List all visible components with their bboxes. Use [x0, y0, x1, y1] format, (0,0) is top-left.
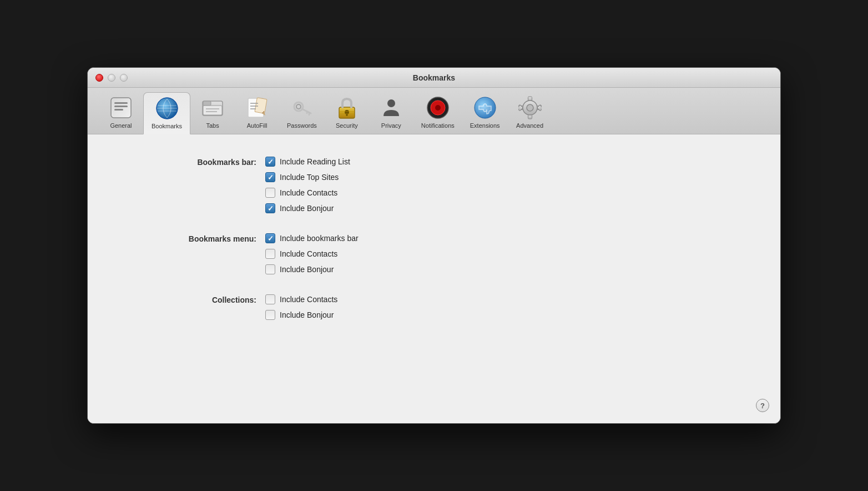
toolbar-item-privacy[interactable]: Privacy	[369, 92, 413, 134]
svg-point-32	[387, 99, 395, 107]
collections-label: Collections:	[121, 294, 265, 304]
menu-bookmarks-bar-label: Include bookmarks bar	[280, 234, 359, 243]
privacy-icon	[379, 96, 403, 120]
bar-top-sites-label: Include Top Sites	[280, 173, 339, 182]
bar-contacts-row: Include Contacts	[265, 188, 350, 198]
advanced-label: Advanced	[516, 122, 543, 129]
menu-bonjour-label: Include Bonjour	[280, 265, 334, 274]
window-title: Bookmarks	[413, 73, 455, 82]
tabs-label: Tabs	[206, 122, 219, 129]
toolbar-item-notifications[interactable]: Notifications	[413, 92, 462, 134]
col-contacts-row: Include Contacts	[265, 294, 337, 304]
bookmarks-menu-section: Bookmarks menu: ✓ Include bookmarks bar …	[121, 233, 747, 274]
bar-reading-list-label: Include Reading List	[280, 157, 350, 166]
toolbar-item-passwords[interactable]: Passwords	[279, 92, 325, 134]
bar-contacts-checkbox[interactable]	[265, 188, 275, 198]
extensions-icon	[473, 96, 497, 120]
col-bonjour-label: Include Bonjour	[280, 310, 334, 319]
col-bonjour-checkbox[interactable]	[265, 310, 275, 320]
collections-section: Collections: Include Contacts Include Bo…	[121, 294, 747, 320]
traffic-lights	[95, 74, 128, 82]
autofill-label: AutoFill	[247, 122, 268, 129]
svg-rect-2	[114, 106, 128, 107]
general-label: General	[110, 122, 132, 129]
security-label: Security	[336, 122, 358, 129]
bar-bonjour-label: Include Bonjour	[280, 204, 334, 213]
svg-rect-10	[203, 101, 211, 106]
bookmarks-bar-options: ✓ Include Reading List ✓ Include Top Sit…	[265, 157, 350, 213]
bookmarks-label: Bookmarks	[152, 123, 182, 129]
bar-reading-list-checkbox[interactable]: ✓	[265, 157, 275, 167]
checkmark-icon: ✓	[268, 235, 274, 242]
collections-options: Include Contacts Include Bonjour	[265, 294, 337, 320]
menu-contacts-row: Include Contacts	[265, 249, 359, 259]
toolbar-item-extensions[interactable]: Extensions	[462, 92, 508, 134]
checkmark-icon: ✓	[268, 205, 274, 212]
bar-top-sites-row: ✓ Include Top Sites	[265, 172, 350, 182]
privacy-label: Privacy	[381, 122, 401, 129]
maximize-button[interactable]	[120, 74, 128, 82]
svg-rect-15	[255, 98, 267, 114]
bar-bonjour-row: ✓ Include Bonjour	[265, 203, 350, 213]
bar-bonjour-checkbox[interactable]: ✓	[265, 203, 275, 213]
bookmarks-menu-options: ✓ Include bookmarks bar Include Contacts…	[265, 233, 359, 274]
svg-point-46	[527, 104, 533, 111]
toolbar-item-security[interactable]: Security	[325, 92, 369, 134]
svg-point-21	[294, 102, 303, 111]
bar-reading-list-row: ✓ Include Reading List	[265, 157, 350, 167]
bookmarks-icon	[155, 96, 179, 121]
title-bar: Bookmarks	[88, 68, 780, 88]
passwords-label: Passwords	[287, 122, 317, 129]
col-contacts-label: Include Contacts	[280, 295, 337, 304]
notifications-icon	[426, 96, 450, 120]
col-bonjour-row: Include Bonjour	[265, 310, 337, 320]
notifications-label: Notifications	[421, 122, 455, 129]
general-icon	[109, 96, 133, 120]
menu-contacts-checkbox[interactable]	[265, 249, 275, 259]
bookmarks-bar-section: Bookmarks bar: ✓ Include Reading List ✓ …	[121, 157, 747, 213]
content-area: Bookmarks bar: ✓ Include Reading List ✓ …	[88, 134, 780, 423]
toolbar-item-bookmarks[interactable]: Bookmarks	[143, 92, 190, 134]
svg-rect-0	[111, 98, 131, 118]
help-button[interactable]: ?	[756, 399, 769, 412]
checkmark-icon: ✓	[268, 158, 274, 166]
col-contacts-checkbox[interactable]	[265, 294, 275, 304]
toolbar-item-general[interactable]: General	[99, 92, 143, 134]
menu-bonjour-row: Include Bonjour	[265, 264, 359, 274]
preferences-window: Bookmarks General	[87, 67, 781, 424]
menu-bookmarks-bar-checkbox[interactable]: ✓	[265, 233, 275, 243]
autofill-icon	[245, 96, 269, 120]
bookmarks-bar-label: Bookmarks bar:	[121, 157, 265, 167]
extensions-label: Extensions	[470, 122, 500, 129]
svg-rect-11	[203, 106, 222, 115]
close-button[interactable]	[95, 74, 103, 82]
svg-rect-3	[114, 109, 123, 111]
menu-bookmarks-bar-row: ✓ Include bookmarks bar	[265, 233, 359, 243]
menu-bonjour-checkbox[interactable]	[265, 264, 275, 274]
svg-point-35	[435, 105, 441, 111]
bar-top-sites-checkbox[interactable]: ✓	[265, 172, 275, 182]
bar-contacts-label: Include Contacts	[280, 188, 337, 197]
bookmarks-menu-label: Bookmarks menu:	[121, 233, 265, 243]
toolbar-item-advanced[interactable]: Advanced	[508, 92, 552, 134]
checkmark-icon: ✓	[268, 174, 274, 181]
svg-rect-1	[114, 102, 128, 104]
menu-contacts-label: Include Contacts	[280, 249, 337, 258]
svg-point-22	[296, 104, 301, 109]
security-icon	[335, 96, 359, 120]
advanced-icon	[518, 96, 542, 120]
tabs-icon	[200, 96, 225, 120]
toolbar: General	[88, 88, 780, 134]
toolbar-item-autofill[interactable]: AutoFill	[235, 92, 279, 134]
passwords-icon	[290, 96, 314, 120]
minimize-button[interactable]	[108, 74, 115, 82]
toolbar-item-tabs[interactable]: Tabs	[190, 92, 235, 134]
